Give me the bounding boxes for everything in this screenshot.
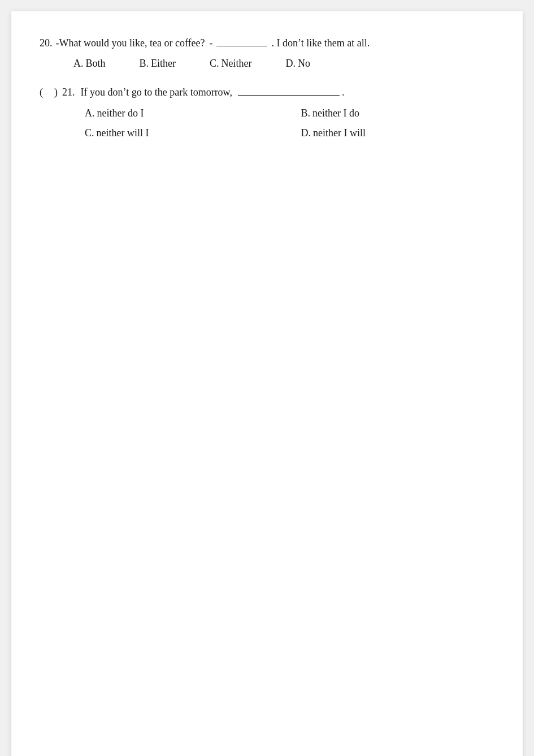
q20-option-c[interactable]: C. Neither [210,58,252,70]
q20-prompt-before: -What would you like, tea or coffee? [56,34,205,52]
q20-option-c-text: Neither [222,58,252,70]
q20-option-a[interactable]: A. Both [73,58,106,70]
q21-option-c-text: neither will I [97,127,149,139]
q21-number: 21. [62,83,75,101]
q21-option-b[interactable]: B. neither I do [301,107,495,119]
q20-blank[interactable] [216,46,267,46]
q21-header: ( ) 21. If you don’t go to the park tomo… [40,83,494,101]
q20-option-a-label: A. [73,58,84,70]
q21-prompt: If you don’t go to the park tomorrow, [81,83,232,101]
q21-option-a-text: neither do I [97,107,144,119]
question-21: ( ) 21. If you don’t go to the park tomo… [40,83,494,139]
q20-option-b[interactable]: B. Either [140,58,176,70]
q20-option-b-text: Either [151,58,176,70]
q21-option-b-label: B. [301,107,311,119]
q20-options-row: A. Both B. Either C. Neither D. No [40,58,494,70]
q21-option-d-text: neither I will [313,127,366,139]
q21-paren-block: ( ) [40,83,58,101]
q21-option-a[interactable]: A. neither do I [85,107,279,119]
q21-option-a-label: A. [85,107,95,119]
q21-blank[interactable] [238,95,340,96]
q20-number: 20. [40,34,53,52]
q21-options-grid: A. neither do I B. neither I do C. neith… [40,107,494,139]
q21-option-b-text: neither I do [312,107,359,119]
q21-option-c-label: C. [85,127,94,139]
q21-paren-open: ( [40,83,43,101]
q20-option-b-label: B. [140,58,149,70]
q20-option-c-label: C. [210,58,219,70]
q21-option-d-label: D. [301,127,311,139]
q20-option-d[interactable]: D. No [286,58,311,70]
q21-option-d[interactable]: D. neither I will [301,127,495,139]
question-20: 20. -What would you like, tea or coffee?… [40,34,494,70]
q20-dash: - [210,34,213,52]
q20-option-d-text: No [298,58,310,70]
q21-prompt-end: . [342,83,345,101]
q21-option-c[interactable]: C. neither will I [85,127,279,139]
q20-prompt-after: . I don’t like them at all. [272,34,370,52]
q20-option-a-text: Both [86,58,106,70]
q21-paren-close[interactable]: ) [54,83,58,101]
question-20-line: 20. -What would you like, tea or coffee?… [40,34,494,52]
page: 20. -What would you like, tea or coffee?… [11,11,523,756]
q20-option-d-label: D. [286,58,296,70]
